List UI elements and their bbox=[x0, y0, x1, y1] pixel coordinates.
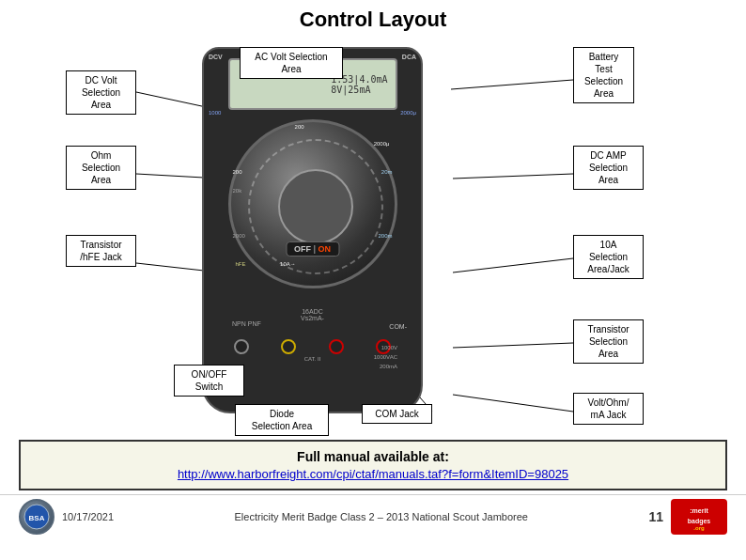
label-com-jack: COM Jack bbox=[362, 404, 432, 424]
mm-npn-pnp: NPN PNF bbox=[232, 320, 261, 327]
mm-jacks bbox=[218, 339, 407, 354]
footer-logo-left: BSA bbox=[19, 499, 54, 535]
mm-on-label: ON bbox=[319, 244, 332, 254]
footer-date: 10/17/2021 bbox=[62, 511, 114, 522]
label-volt-ohm: Volt/Ohm/mA Jack bbox=[573, 393, 644, 425]
full-manual-title: Full manual available at: bbox=[35, 449, 711, 464]
svg-line-2 bbox=[451, 80, 573, 89]
footer-left: BSA 10/17/2021 bbox=[19, 499, 114, 535]
svg-text::merit: :merit bbox=[690, 507, 708, 514]
footer-page-number: 11 bbox=[648, 509, 663, 524]
main-content: Control Layout bbox=[0, 0, 746, 436]
label-transistor-hfe: Transistor/hFE Jack bbox=[66, 235, 136, 267]
label-ac-volt: AC Volt Selection Area bbox=[240, 47, 343, 79]
svg-line-6 bbox=[453, 258, 573, 272]
multimeter-image: 1.53|4.0mA8V|25mA DCV DCA 1000 2000μ 200… bbox=[202, 47, 423, 413]
svg-line-8 bbox=[453, 343, 573, 348]
mm-off-label: OFF bbox=[294, 244, 314, 254]
page-title: Control Layout bbox=[19, 8, 727, 32]
label-battery-test: BatteryTestSelectionArea bbox=[573, 47, 634, 103]
label-dc-amp: DC AMPSelectionArea bbox=[573, 146, 644, 190]
mm-jack-npn bbox=[234, 339, 249, 354]
svg-text:badges: badges bbox=[687, 518, 710, 525]
bottom-section: Full manual available at: http://www.har… bbox=[19, 440, 727, 490]
mm-jack-com bbox=[281, 339, 296, 354]
mm-bottom: 16ADC Vs2mA- NPN PNF 1000V 1000VAC 200mA… bbox=[218, 308, 407, 383]
mm-jack-volt bbox=[329, 339, 344, 354]
svg-line-11 bbox=[453, 395, 573, 412]
page: Control Layout bbox=[0, 0, 746, 560]
footer-right: 11 :merit badges .org bbox=[648, 499, 727, 535]
footer-center-text: Electricity Merit Badge Class 2 – 2013 N… bbox=[123, 511, 639, 522]
mm-dial-outer: 200 2000μ 20m 200m 10A→ 200 20k 2000 hFE bbox=[228, 119, 397, 288]
mm-onoff-switch: OFF | ON bbox=[286, 241, 339, 257]
label-10a: 10ASelectionArea/Jack bbox=[573, 235, 644, 279]
mm-dial-inner bbox=[278, 169, 353, 244]
label-diode: DiodeSelection Area bbox=[235, 404, 329, 436]
svg-text:BSA: BSA bbox=[29, 514, 45, 522]
label-ohm: OhmSelectionArea bbox=[66, 146, 136, 190]
diagram-container: 1.53|4.0mA8V|25mA DCV DCA 1000 2000μ 200… bbox=[19, 38, 727, 432]
label-transistor-sel: TransistorSelectionArea bbox=[573, 319, 644, 364]
full-manual-url[interactable]: http://www.harborfreight.com/cpi/ctaf/ma… bbox=[35, 467, 711, 481]
mm-dial: 200 2000μ 20m 200m 10A→ 200 20k 2000 hFE bbox=[224, 115, 402, 293]
footer-logo-right: :merit badges .org bbox=[671, 499, 727, 535]
svg-line-4 bbox=[453, 174, 573, 179]
label-dc-volt: DC VoltSelectionArea bbox=[66, 70, 136, 115]
footer: BSA 10/17/2021 Electricity Merit Badge C… bbox=[0, 494, 746, 538]
svg-text:.org: .org bbox=[693, 525, 705, 531]
label-onoff: ON/OFFSwitch bbox=[174, 365, 244, 397]
